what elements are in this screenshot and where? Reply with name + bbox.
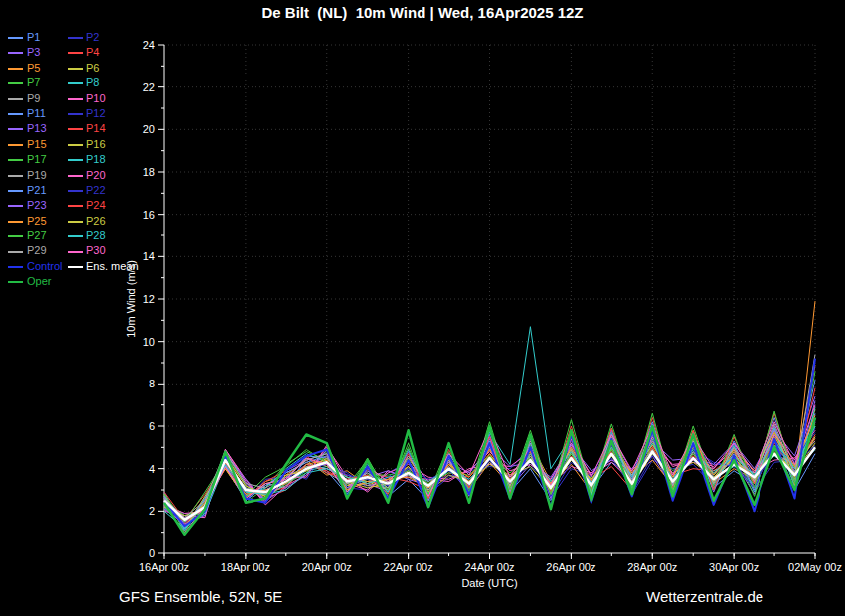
legend-label-p19: P19: [27, 169, 47, 181]
legend-item-p12: P12: [68, 106, 127, 121]
legend-label-p17: P17: [27, 153, 47, 165]
legend-item-p30: P30: [68, 243, 127, 258]
legend-item-p20: P20: [68, 168, 127, 183]
legend-item-p15: P15: [8, 137, 68, 152]
y-tick-label: 16: [143, 209, 155, 221]
legend-swatch-ens-mean: [68, 266, 83, 268]
legend-label-p14: P14: [86, 122, 106, 134]
legend-label-p21: P21: [27, 184, 47, 196]
legend-item-p28: P28: [68, 229, 127, 243]
legend-swatch-p9: [8, 98, 23, 100]
legend-label-p15: P15: [27, 138, 47, 150]
legend-label-p4: P4: [86, 46, 99, 58]
legend-row: P23P24: [8, 198, 127, 213]
x-tick-label: 16Apr 00z: [139, 561, 189, 573]
legend-label-p12: P12: [86, 107, 106, 119]
legend-item-p23: P23: [8, 198, 68, 213]
legend-item-oper: Oper: [8, 274, 68, 289]
y-tick-label: 6: [149, 420, 155, 432]
footer-site-label: Wetterzentrale.de: [646, 588, 763, 605]
legend-row: P9P10: [8, 91, 127, 106]
legend-label-p5: P5: [27, 62, 40, 74]
legend-item-p2: P2: [68, 30, 127, 45]
legend: P1P2P3P4P5P6P7P8P9P10P11P12P13P14P15P16P…: [8, 30, 127, 290]
legend-label-p27: P27: [27, 230, 47, 241]
legend-swatch-p14: [68, 128, 83, 130]
x-tick-label: 24Apr 00z: [464, 561, 514, 573]
legend-swatch-oper: [8, 281, 23, 283]
legend-item-p11: P11: [8, 106, 68, 121]
legend-label-p3: P3: [27, 46, 40, 58]
legend-label-p16: P16: [86, 138, 106, 150]
legend-swatch-p7: [8, 82, 23, 84]
legend-label-p1: P1: [27, 31, 40, 43]
legend-item-p21: P21: [8, 183, 68, 198]
legend-swatch-p8: [68, 82, 83, 84]
y-tick-label: 24: [143, 39, 155, 51]
legend-item-p18: P18: [68, 152, 127, 167]
legend-row: P11P12: [8, 106, 127, 121]
legend-item-p24: P24: [68, 198, 127, 213]
legend-label-oper: Oper: [27, 275, 51, 287]
legend-swatch-p22: [68, 190, 83, 192]
legend-row: P21P22: [8, 183, 127, 198]
legend-label-p26: P26: [86, 215, 106, 227]
legend-swatch-p15: [8, 144, 23, 146]
x-tick-label: 28Apr 00z: [627, 561, 677, 573]
y-tick-label: 0: [149, 547, 155, 559]
legend-row: P15P16: [8, 137, 127, 152]
legend-item-p1: P1: [8, 30, 68, 45]
legend-item-p4: P4: [68, 45, 127, 60]
legend-row: P7P8: [8, 76, 127, 90]
legend-swatch-p30: [68, 251, 83, 253]
legend-item-p14: P14: [68, 121, 127, 136]
legend-item-p8: P8: [68, 76, 127, 90]
legend-swatch-p1: [8, 37, 23, 39]
legend-row: P27P28: [8, 229, 127, 243]
legend-row: P1P2: [8, 30, 127, 45]
y-tick-label: 22: [143, 81, 155, 93]
legend-item-p3: P3: [8, 45, 68, 60]
legend-label-control: Control: [27, 260, 62, 272]
legend-row: P3P4: [8, 45, 127, 60]
y-tick-label: 10: [143, 336, 155, 348]
legend-swatch-p21: [8, 190, 23, 192]
legend-swatch-p12: [68, 113, 83, 115]
legend-label-p2: P2: [86, 31, 99, 43]
legend-label-p28: P28: [86, 230, 106, 241]
legend-row: P29P30: [8, 243, 127, 258]
legend-item-p9: P9: [8, 91, 68, 106]
legend-swatch-p29: [8, 251, 23, 253]
legend-item-p16: P16: [68, 137, 127, 152]
legend-swatch-p28: [68, 235, 83, 237]
legend-swatch-p27: [8, 235, 23, 237]
legend-item-p22: P22: [68, 183, 127, 198]
y-tick-label: 2: [149, 505, 155, 517]
x-tick-label: 22Apr 00z: [384, 561, 433, 573]
legend-item-p7: P7: [8, 76, 68, 90]
y-tick-label: 4: [149, 463, 155, 475]
legend-swatch-p2: [68, 37, 83, 39]
y-tick-label: 18: [143, 166, 155, 178]
legend-label-p24: P24: [86, 199, 106, 211]
y-tick-label: 8: [149, 378, 155, 389]
y-tick-label: 20: [143, 123, 155, 135]
legend-label-p18: P18: [86, 153, 106, 165]
legend-label-p11: P11: [27, 107, 46, 119]
legend-swatch-p18: [68, 159, 83, 161]
legend-row: P19P20: [8, 168, 127, 183]
legend-item-p26: P26: [68, 214, 127, 229]
x-axis-title: Date (UTC): [461, 577, 517, 589]
legend-item-p6: P6: [68, 61, 127, 76]
legend-label-p23: P23: [27, 199, 47, 211]
legend-label-p7: P7: [27, 77, 40, 88]
legend-swatch-p6: [68, 68, 83, 70]
legend-item-p17: P17: [8, 152, 68, 167]
legend-item-p29: P29: [8, 243, 68, 258]
y-tick-label: 14: [143, 250, 155, 262]
x-tick-label: 18Apr 00z: [221, 561, 270, 573]
legend-swatch-p24: [68, 205, 83, 207]
legend-label-p22: P22: [86, 184, 106, 196]
legend-item-control: Control: [8, 259, 68, 274]
y-tick-label: 12: [143, 293, 155, 305]
